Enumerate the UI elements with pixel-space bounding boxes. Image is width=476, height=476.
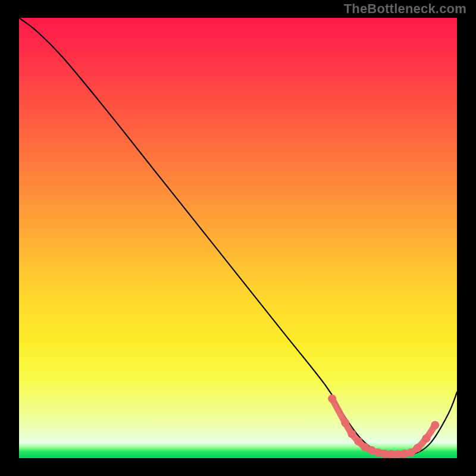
marker-dot	[341, 419, 349, 427]
marker-dot	[347, 430, 356, 438]
marker-dot	[354, 437, 362, 446]
chart-svg	[19, 18, 457, 458]
marker-dot	[414, 444, 422, 452]
chart-container: TheBottleneck.com	[0, 0, 476, 476]
marker-dot	[328, 394, 336, 403]
bottleneck-curve	[19, 18, 457, 456]
watermark-text: TheBottleneck.com	[344, 1, 466, 17]
marker-dot	[422, 434, 430, 443]
marker-dot	[431, 421, 439, 430]
plot-area	[19, 18, 457, 458]
dots-group	[328, 394, 439, 458]
curve-group	[19, 18, 457, 456]
